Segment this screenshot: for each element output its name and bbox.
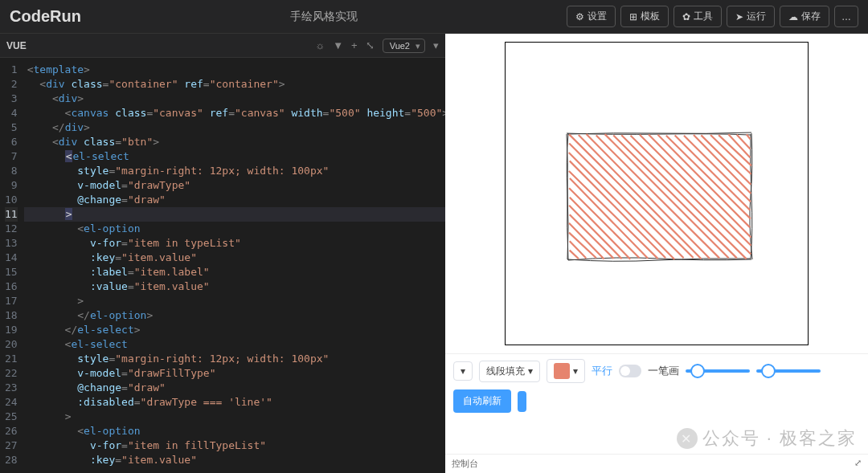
editor-pane: VUE ☼ ▼ + ⤡ Vue2 ▾ 123456789101112131415…	[0, 34, 445, 473]
rough-rectangle	[565, 131, 758, 267]
refresh-button[interactable]	[518, 391, 526, 412]
settings-button[interactable]: ⚙ 设置	[567, 6, 616, 27]
parallel-switch[interactable]	[619, 365, 641, 377]
framework-select[interactable]: Vue2	[383, 39, 425, 53]
tools-button[interactable]: ✿ 工具	[674, 6, 722, 27]
parallel-label: 平行	[592, 364, 612, 378]
template-button[interactable]: ⊞ 模板	[620, 6, 669, 27]
more-button[interactable]: …	[834, 6, 858, 27]
color-picker[interactable]: ▾	[547, 359, 585, 383]
expand-icon[interactable]: ⤡	[366, 39, 375, 51]
add-icon[interactable]: +	[351, 39, 358, 51]
single-stroke-label: 一笔画	[648, 364, 679, 378]
preview-pane: ▾ 线段填充 ▾ ▾ 平行 一笔画 自动刷新 控制台 ⤢ ✕公众号 · 极客之家	[445, 34, 868, 473]
console-toggle-icon[interactable]: ⤢	[854, 458, 862, 470]
theme-icon[interactable]: ☼	[315, 39, 325, 51]
editor-language-label: VUE	[6, 40, 27, 51]
code-editor[interactable]: 1234567891011121314151617181920212223242…	[0, 58, 445, 473]
save-button[interactable]: ☁ 保存	[780, 6, 829, 27]
logo: CodeRun	[10, 7, 81, 26]
shape-select[interactable]: ▾	[453, 361, 473, 381]
fill-style-select[interactable]: 线段填充 ▾	[479, 361, 540, 382]
slider-1[interactable]	[686, 369, 750, 373]
format-icon[interactable]: ▼	[333, 39, 343, 51]
page-title: 手绘风格实现	[81, 10, 567, 24]
console-label: 控制台	[452, 458, 478, 470]
auto-refresh-button[interactable]: 自动刷新	[453, 389, 511, 413]
run-button[interactable]: ➤ 运行	[727, 6, 775, 27]
slider-2[interactable]	[756, 369, 821, 373]
canvas	[505, 42, 809, 345]
chevron-down-icon[interactable]: ▾	[433, 39, 439, 51]
